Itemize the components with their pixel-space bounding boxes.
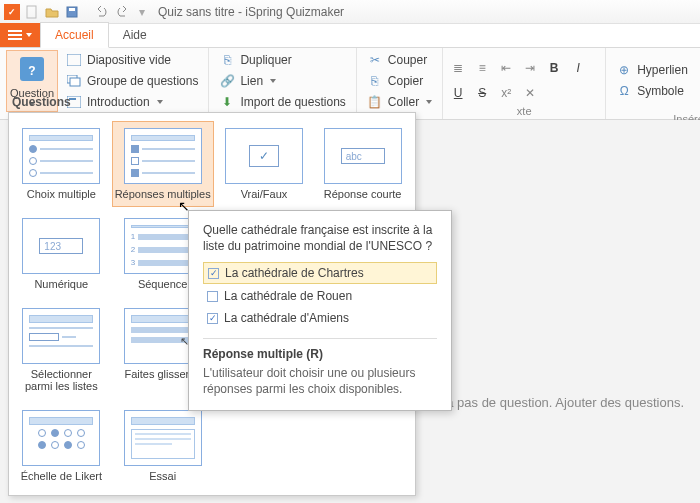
svg-rect-7 xyxy=(70,78,80,86)
new-icon[interactable] xyxy=(24,4,40,20)
checkbox-checked-icon: ✓ xyxy=(207,313,218,324)
questions-header: Questions xyxy=(12,95,71,109)
hyperlink-icon: ⊕ xyxy=(616,62,632,78)
checkbox-checked-icon: ✓ xyxy=(208,268,219,279)
save-icon[interactable] xyxy=(64,4,80,20)
super-icon[interactable]: x² xyxy=(497,84,515,102)
paste-icon: 📋 xyxy=(367,94,383,110)
tooltip-example-question: Quelle cathédrale française est inscrite… xyxy=(203,223,437,254)
app-icon: ✓ xyxy=(4,4,20,20)
link-icon: 🔗 xyxy=(219,73,235,89)
audio-button[interactable]: 🔊Audio xyxy=(696,92,700,112)
qtype-reponses-multiples[interactable]: Réponses multiples xyxy=(112,121,214,207)
question-icon: ? xyxy=(16,53,48,85)
paste-button[interactable]: 📋Coller xyxy=(363,92,436,112)
hyperlink-button[interactable]: ⊕Hyperlien xyxy=(612,60,692,80)
title-bar: ✓ ▾ Quiz sans titre - iSpring Quizmaker xyxy=(0,0,700,24)
numbering-icon[interactable]: ≡ xyxy=(473,59,491,77)
intro-button[interactable]: Introduction xyxy=(62,92,202,112)
window-title: Quiz sans titre - iSpring Quizmaker xyxy=(158,5,344,19)
qtype-likert[interactable]: Échelle de Likert xyxy=(13,403,110,489)
empty-message: a pas de question. Ajouter des questions… xyxy=(446,395,684,410)
qtype-tooltip: Quelle cathédrale française est inscrite… xyxy=(188,210,452,411)
strike-icon[interactable]: S xyxy=(473,84,491,102)
qtype-reponse-courte[interactable]: abc Réponse courte xyxy=(314,121,411,207)
ribbon: ? Question Diapositive vide Groupe de qu… xyxy=(0,48,700,120)
link-button[interactable]: 🔗Lien xyxy=(215,71,349,91)
copy-icon: ⎘ xyxy=(367,73,383,89)
omega-icon: Ω xyxy=(616,83,632,99)
checkbox-icon xyxy=(207,291,218,302)
svg-rect-2 xyxy=(69,8,75,11)
image-button[interactable]: ▦Image xyxy=(696,50,700,70)
copy-button[interactable]: ⎘Copier xyxy=(363,71,436,91)
file-tab[interactable] xyxy=(0,23,40,47)
group-icon xyxy=(66,73,82,89)
question-group-button[interactable]: Groupe de questions xyxy=(62,71,202,91)
tooltip-opt-2: La cathédrale de Rouen xyxy=(203,286,437,306)
bullets-icon[interactable]: ≣ xyxy=(449,59,467,77)
cut-icon: ✂ xyxy=(367,52,383,68)
cut-button[interactable]: ✂Couper xyxy=(363,50,436,70)
duplicate-button[interactable]: ⎘Dupliquer xyxy=(215,50,349,70)
symbol-button[interactable]: ΩSymbole xyxy=(612,81,692,101)
svg-rect-5 xyxy=(67,54,81,66)
redo-icon[interactable] xyxy=(114,4,130,20)
open-icon[interactable] xyxy=(44,4,60,20)
tab-accueil[interactable]: Accueil xyxy=(40,22,109,48)
tooltip-opt-3: ✓La cathédrale d'Amiens xyxy=(203,308,437,328)
tooltip-opt-1: ✓La cathédrale de Chartres xyxy=(203,262,437,284)
undo-icon[interactable] xyxy=(94,4,110,20)
bold-icon[interactable]: B xyxy=(545,59,563,77)
qat-dropdown-icon[interactable]: ▾ xyxy=(134,4,150,20)
qtype-numerique[interactable]: 123 Numérique xyxy=(13,211,110,297)
qtype-vrai-faux[interactable]: ✓ Vrai/Faux xyxy=(216,121,313,207)
qtype-choix-multiple[interactable]: Choix multiple xyxy=(13,121,110,207)
underline-icon[interactable]: U xyxy=(449,84,467,102)
slide-icon xyxy=(66,52,82,68)
blank-slide-button[interactable]: Diapositive vide xyxy=(62,50,202,70)
clear-icon[interactable]: ✕ xyxy=(521,84,539,102)
indent-icon[interactable]: ⇥ xyxy=(521,59,539,77)
qtype-essai[interactable]: Essai xyxy=(112,403,214,489)
import-button[interactable]: ⬇Import de questions xyxy=(215,92,349,112)
duplicate-icon: ⎘ xyxy=(219,52,235,68)
import-icon: ⬇ xyxy=(219,94,235,110)
qtype-select-lists[interactable]: Sélectionner parmi les listes xyxy=(13,301,110,399)
tab-aide[interactable]: Aide xyxy=(109,23,161,47)
video-button[interactable]: ▣Vidéo xyxy=(696,71,700,91)
format-group: ≣ ≡ ⇤ ⇥ B I U S x² ✕ xyxy=(449,50,599,104)
italic-icon[interactable]: I xyxy=(569,59,587,77)
svg-text:?: ? xyxy=(28,64,35,78)
svg-rect-0 xyxy=(27,6,36,18)
outdent-icon[interactable]: ⇤ xyxy=(497,59,515,77)
ribbon-tabs: Accueil Aide xyxy=(0,24,700,48)
tooltip-desc: L'utilisateur doit choisir une ou plusie… xyxy=(203,365,437,397)
tooltip-title: Réponse multiple (R) xyxy=(203,347,437,361)
